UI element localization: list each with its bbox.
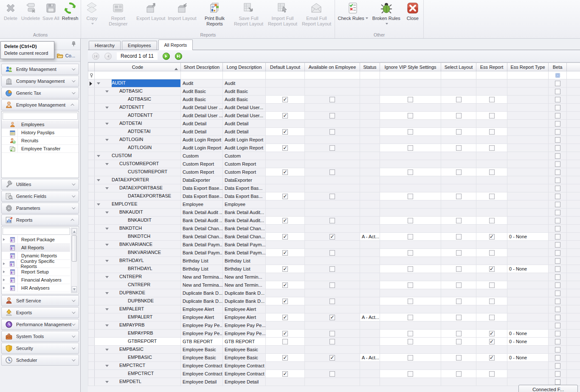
- grid-row-adtdentt-3[interactable]: ADTDENTTAudit Detail User ...Audit Detai…: [88, 104, 580, 112]
- sidebar-item-report-setup[interactable]: Report Setup: [2, 268, 70, 276]
- select-layout-checkbox[interactable]: [456, 331, 462, 336]
- sidebar-group-employee-management[interactable]: Employee Management: [1, 99, 79, 110]
- column-header-long-description[interactable]: Long Description: [223, 63, 266, 71]
- beta-checkbox[interactable]: [555, 242, 560, 248]
- ignore-vip-style-settings-checkbox[interactable]: [408, 355, 413, 361]
- ess-report-checkbox[interactable]: ✓: [489, 355, 495, 361]
- sidebar-item-employees[interactable]: Employees: [2, 121, 79, 129]
- collapse-arrow-icon[interactable]: [105, 163, 109, 167]
- select-layout-checkbox[interactable]: [456, 169, 462, 175]
- beta-checkbox[interactable]: [555, 323, 560, 328]
- pin-icon[interactable]: [70, 41, 77, 48]
- available-on-employee-checkbox[interactable]: [329, 266, 335, 272]
- scroll-down-button[interactable]: [72, 286, 77, 292]
- grid-row-empbasic-33[interactable]: EMPBASICEmployee BasicEmployee Basic: [88, 346, 580, 354]
- default-layout-checkbox[interactable]: ✓: [282, 355, 288, 361]
- column-header-beta[interactable]: Beta: [549, 63, 567, 71]
- default-layout-checkbox[interactable]: ✓: [282, 250, 288, 256]
- grid-row-bnkdtch-19[interactable]: BNKDTCHBank Detail Chan...Bank Detail Ch…: [88, 233, 580, 241]
- scrollbar-thumb[interactable]: [72, 235, 77, 262]
- beta-checkbox[interactable]: [555, 282, 560, 288]
- nav-previous-record-button[interactable]: [104, 53, 112, 60]
- beta-checkbox[interactable]: [555, 379, 560, 385]
- tab-employees[interactable]: Employees: [122, 41, 157, 50]
- nav-next-record-button[interactable]: [163, 53, 170, 60]
- select-layout-checkbox[interactable]: [456, 315, 462, 320]
- collapse-arrow-icon[interactable]: [97, 179, 100, 183]
- grid-row-adtdetai-6[interactable]: ADTDETAIAudit DetailAudit Detail✓: [88, 128, 580, 136]
- sidebar-group-reports[interactable]: Reports: [1, 214, 79, 226]
- beta-checkbox[interactable]: [555, 266, 560, 272]
- beta-checkbox[interactable]: [555, 315, 560, 320]
- collapse-arrow-icon[interactable]: [105, 90, 109, 94]
- ignore-vip-style-settings-checkbox[interactable]: [408, 194, 413, 199]
- default-layout-checkbox[interactable]: ✓: [282, 129, 288, 135]
- collapse-arrow-icon[interactable]: [105, 365, 109, 369]
- ignore-vip-style-settings-checkbox[interactable]: [408, 282, 413, 288]
- ess-report-checkbox[interactable]: [489, 250, 495, 256]
- grid-row-adtbasic-1[interactable]: ADTBASICAudit BasicAudit Basic: [88, 87, 580, 96]
- available-on-employee-checkbox[interactable]: ✓: [329, 234, 335, 240]
- grid-row-customreport-11[interactable]: CUSTOMREPORTCustom ReportCustom Report✓: [88, 168, 580, 176]
- select-layout-checkbox[interactable]: [456, 234, 462, 240]
- available-on-employee-checkbox[interactable]: ✓: [329, 355, 335, 361]
- select-layout-checkbox[interactable]: [456, 355, 462, 361]
- select-layout-checkbox[interactable]: [456, 145, 462, 151]
- nav-last-record-button[interactable]: [175, 53, 182, 60]
- sidebar-group-parameters[interactable]: Parameters: [1, 203, 79, 214]
- grid-row-bnkaudit-17[interactable]: BNKAUDITBank Detail Audit ...Bank Detail…: [88, 217, 580, 225]
- beta-checkbox[interactable]: [555, 250, 560, 256]
- beta-checkbox[interactable]: [555, 363, 560, 369]
- expand-arrow-icon[interactable]: [2, 271, 8, 273]
- print-bulk-reports-button[interactable]: Print Bulk Reports: [197, 0, 231, 31]
- collapse-arrow-icon[interactable]: [105, 381, 109, 385]
- collapse-arrow-icon[interactable]: [105, 244, 109, 248]
- beta-checkbox[interactable]: [555, 121, 560, 127]
- ignore-vip-style-settings-checkbox[interactable]: [408, 234, 413, 240]
- available-on-employee-checkbox[interactable]: [329, 194, 335, 199]
- beta-checkbox[interactable]: [555, 355, 560, 361]
- ignore-vip-style-settings-checkbox[interactable]: [408, 145, 413, 151]
- grid-row-dataexporter-12[interactable]: DATAEXPORTERDataExporterDataExporter: [88, 176, 580, 184]
- grid-row-adtbasic-2[interactable]: ADTBASICAudit BasicAudit Basic✓: [88, 96, 580, 104]
- bottom-partial-button[interactable]: Connected F...: [518, 385, 578, 392]
- beta-checkbox[interactable]: [555, 113, 560, 118]
- available-on-employee-checkbox[interactable]: [329, 250, 335, 256]
- collapse-arrow-icon[interactable]: [105, 260, 109, 264]
- grid-row-empayprb-30[interactable]: EMPAYPRBEmployee Pay Pe...Employee Pay P…: [88, 321, 580, 330]
- collapse-arrow-icon[interactable]: [105, 187, 109, 191]
- beta-checkbox[interactable]: [555, 137, 560, 143]
- sidebar-group-security[interactable]: Security: [1, 343, 79, 354]
- column-header-ess-report-type[interactable]: Ess Report Type: [507, 63, 549, 71]
- nav-first-record-button[interactable]: [92, 53, 99, 60]
- beta-checkbox[interactable]: [555, 194, 560, 199]
- available-on-employee-checkbox[interactable]: [329, 331, 335, 336]
- grid-row-cntrepr-25[interactable]: CNTREPRNew and Termina...New and Termin.…: [88, 281, 580, 289]
- ess-report-checkbox[interactable]: ✓: [489, 234, 495, 240]
- beta-checkbox[interactable]: [555, 299, 560, 304]
- grid-row-customreport-10[interactable]: CUSTOMREPORTCustom ReportCustom Report: [88, 160, 580, 168]
- column-header-short-description[interactable]: Short Description: [181, 63, 223, 71]
- collapse-arrow-icon[interactable]: [105, 308, 109, 312]
- ess-report-checkbox[interactable]: [489, 282, 495, 288]
- select-layout-checkbox[interactable]: [456, 339, 462, 344]
- sidebar-group-generic-fields[interactable]: Generic Fields: [1, 191, 79, 202]
- collapse-arrow-icon[interactable]: [97, 155, 100, 159]
- grid-row-empalert-29[interactable]: EMPALERTEmployee AlertEmployee Alert✓✓A …: [88, 313, 580, 321]
- available-on-employee-checkbox[interactable]: [329, 371, 335, 377]
- grid-row-empctrct-35[interactable]: EMPCTRCTEmployee ContractEmployee Contra…: [88, 362, 580, 370]
- grid-row-bnkvariance-21[interactable]: BNKVARIANCEBank Detail Paym...Bank Detai…: [88, 249, 580, 257]
- ess-report-checkbox[interactable]: [489, 97, 495, 102]
- ignore-vip-style-settings-checkbox[interactable]: [408, 218, 413, 223]
- ess-report-checkbox[interactable]: [489, 371, 495, 377]
- collapse-arrow-icon[interactable]: [97, 82, 100, 86]
- select-layout-checkbox[interactable]: [456, 266, 462, 272]
- sidebar-item-employee-transfer[interactable]: Employee Transfer: [2, 145, 79, 153]
- ess-report-checkbox[interactable]: ✓: [489, 331, 495, 336]
- available-on-employee-checkbox[interactable]: [329, 113, 335, 118]
- default-layout-checkbox[interactable]: ✓: [282, 315, 288, 320]
- grid-row-audit-0[interactable]: AUDITAuditAudit: [88, 79, 580, 87]
- sidebar-group-generic-tax[interactable]: Generic Tax: [1, 87, 79, 99]
- sidebar-item-financial-analysers[interactable]: Financial Analysers: [2, 276, 70, 284]
- beta-checkbox[interactable]: [555, 331, 560, 336]
